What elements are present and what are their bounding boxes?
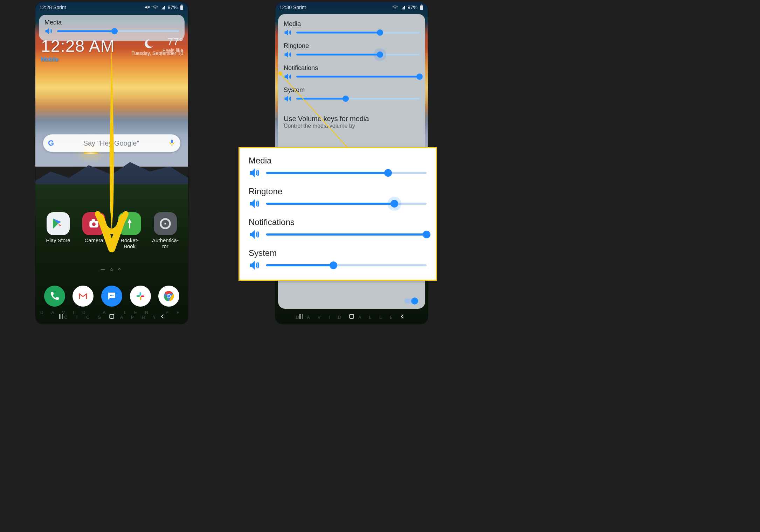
- speaker-icon: [284, 50, 292, 59]
- mic-icon[interactable]: [168, 138, 175, 148]
- clock-time: 12:28 AM: [41, 36, 115, 56]
- app-camera[interactable]: Camera: [76, 212, 112, 250]
- svg-rect-15: [140, 296, 141, 300]
- svg-point-21: [395, 8, 395, 9]
- svg-rect-13: [139, 292, 141, 296]
- date-text: Tuesday, September 10: [131, 50, 183, 56]
- nav-recents[interactable]: |||: [290, 311, 311, 322]
- nav-back[interactable]: [152, 311, 173, 322]
- page-indicator: — ⌂ ○: [35, 267, 188, 272]
- media-slider[interactable]: [57, 27, 179, 35]
- svg-point-2: [155, 8, 156, 9]
- dock: [35, 286, 188, 307]
- nav-home[interactable]: [341, 311, 362, 322]
- dock-messages[interactable]: [97, 286, 126, 307]
- google-g-icon: G: [48, 139, 54, 148]
- status-bar: 12:30 Sprint 97%: [275, 2, 428, 13]
- ringtone-slider[interactable]: [296, 51, 420, 58]
- search-hint: Say "Hey Google": [58, 139, 164, 147]
- nav-bar: |||: [35, 309, 188, 324]
- svg-rect-20: [110, 314, 114, 318]
- nav-bar: |||: [275, 309, 428, 324]
- app-rocketbook[interactable]: Rocket- Book: [112, 212, 147, 250]
- wifi-icon: [392, 5, 398, 10]
- svg-rect-3: [180, 5, 183, 10]
- system-slider[interactable]: [296, 95, 420, 103]
- speaker-icon: [249, 229, 261, 240]
- svg-rect-7: [92, 219, 95, 221]
- clock-widget[interactable]: 12:28 AM Mobile: [41, 36, 115, 63]
- wifi-icon: [152, 5, 158, 10]
- svg-rect-4: [181, 5, 182, 5]
- media-slider[interactable]: [296, 29, 420, 36]
- status-battery-pct: 97%: [408, 5, 417, 10]
- nav-back[interactable]: [392, 311, 413, 322]
- volume-media: Media: [284, 20, 420, 37]
- svg-point-12: [112, 295, 113, 296]
- use-volume-keys-title[interactable]: Use Volume keys for media: [284, 115, 420, 123]
- status-carrier: Sprint: [293, 5, 306, 10]
- signal-icon: [160, 5, 166, 10]
- dock-slack[interactable]: [126, 286, 155, 307]
- zoom-notifications-slider[interactable]: [266, 230, 427, 239]
- status-time: 12:28: [40, 5, 52, 10]
- zoom-media-slider[interactable]: [266, 168, 427, 177]
- nav-recents[interactable]: |||: [50, 311, 71, 322]
- volume-ringtone: Ringtone: [284, 42, 420, 59]
- svg-rect-9: [165, 223, 166, 225]
- svg-point-6: [92, 223, 96, 226]
- svg-rect-23: [421, 5, 422, 5]
- app-authenticator[interactable]: Authentica- tor: [147, 212, 183, 250]
- dock-phone[interactable]: [40, 286, 69, 307]
- dock-chrome[interactable]: [154, 286, 183, 307]
- notifications-slider[interactable]: [296, 73, 420, 80]
- svg-point-10: [110, 295, 111, 296]
- app-play-store[interactable]: Play Store: [40, 212, 76, 250]
- svg-rect-14: [136, 295, 140, 297]
- svg-point-25: [411, 298, 418, 304]
- speaker-icon: [249, 167, 261, 179]
- use-volume-keys-subtitle: Control the media volume by: [284, 123, 420, 129]
- signal-icon: [400, 5, 406, 10]
- svg-point-11: [111, 295, 112, 296]
- media-label: Media: [44, 19, 179, 26]
- moon-icon: [143, 38, 154, 50]
- app-grid: Play Store Camera Rocket- Book Authentic…: [35, 212, 188, 250]
- speaker-icon: [284, 72, 292, 81]
- volume-notifications: Notifications: [284, 64, 420, 81]
- google-search-bar[interactable]: G Say "Hey Google": [43, 134, 180, 152]
- mute-icon: [145, 5, 150, 10]
- speaker-icon: [249, 259, 261, 271]
- zoom-panel: Media Ringtone Notifications System: [239, 147, 437, 281]
- clock-mobile: Mobile: [41, 56, 115, 63]
- dock-gmail[interactable]: [69, 286, 98, 307]
- svg-rect-22: [420, 5, 423, 10]
- weather-widget[interactable]: 77° Feels like Tuesday, September 10: [163, 36, 183, 53]
- battery-icon: [180, 5, 184, 10]
- speaker-icon: [44, 27, 53, 35]
- svg-rect-26: [350, 314, 354, 318]
- speaker-icon: [249, 198, 261, 210]
- svg-point-19: [167, 295, 171, 298]
- status-bar: 12:28 Sprint 97%: [35, 2, 188, 13]
- status-battery-pct: 97%: [168, 5, 178, 10]
- status-carrier: Sprint: [53, 5, 66, 10]
- phone-left: D A V I D A L L E N P H O T O G R A P H …: [35, 2, 188, 324]
- zoom-system-slider[interactable]: [266, 261, 427, 270]
- status-time: 12:30: [279, 5, 292, 10]
- zoom-ringtone-slider[interactable]: [266, 199, 427, 208]
- battery-icon: [420, 5, 424, 10]
- volume-system: System: [284, 86, 420, 103]
- svg-rect-16: [141, 295, 144, 297]
- speaker-icon: [284, 28, 292, 37]
- nav-home[interactable]: [101, 311, 122, 322]
- toggle-switch[interactable]: [404, 297, 419, 307]
- speaker-icon: [284, 94, 292, 103]
